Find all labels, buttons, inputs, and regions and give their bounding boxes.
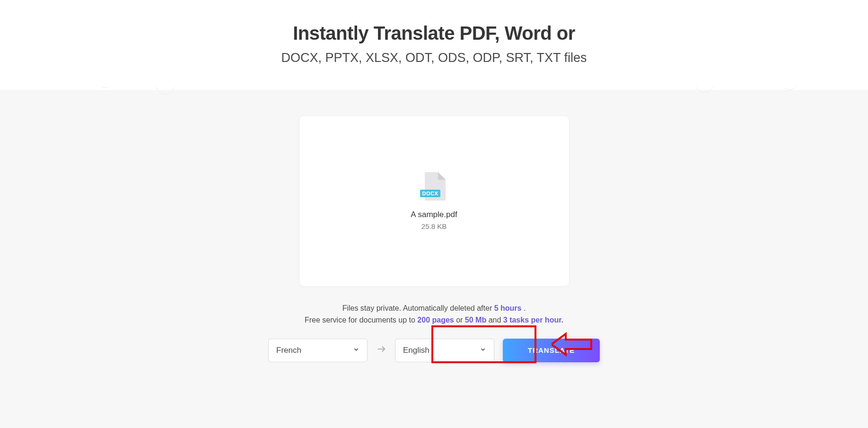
source-language-select[interactable]: French — [268, 339, 368, 362]
target-language-value: English — [403, 346, 430, 355]
arrow-right-icon — [376, 344, 386, 357]
notice-line1-c: . — [521, 304, 526, 312]
notice-line2-e: and — [486, 316, 503, 324]
notice-line2-c: or — [454, 316, 465, 324]
notice-hours: 5 hours — [494, 304, 522, 312]
source-language-value: French — [276, 346, 301, 355]
header: Instantly Translate PDF, Word or DOCX, P… — [0, 0, 868, 87]
annotation-arrow-icon — [552, 331, 593, 358]
notice-pages: 200 pages — [417, 316, 454, 324]
chevron-down-icon — [353, 346, 359, 355]
page-subtitle: DOCX, PPTX, XLSX, ODT, ODS, ODP, SRT, TX… — [0, 51, 868, 65]
file-size: 25.8 KB — [421, 222, 447, 230]
file-name: A sample.pdf — [411, 210, 457, 219]
file-type-badge: DOCX — [420, 190, 441, 197]
upload-card[interactable]: DOCX A sample.pdf 25.8 KB — [299, 115, 570, 287]
page-title: Instantly Translate PDF, Word or — [0, 23, 868, 44]
annotation-box — [431, 325, 536, 363]
notice-text: Files stay private. Automatically delete… — [0, 303, 868, 326]
notice-tasks: 3 tasks per hour. — [503, 316, 563, 324]
main-panel: DOCX A sample.pdf 25.8 KB Files stay pri… — [0, 90, 868, 428]
file-icon: DOCX — [423, 172, 446, 201]
notice-line2-a: Free service for documents up to — [305, 316, 417, 324]
notice-mb: 50 Mb — [465, 316, 486, 324]
notice-line1-a: Files stay private. Automatically delete… — [342, 304, 494, 312]
